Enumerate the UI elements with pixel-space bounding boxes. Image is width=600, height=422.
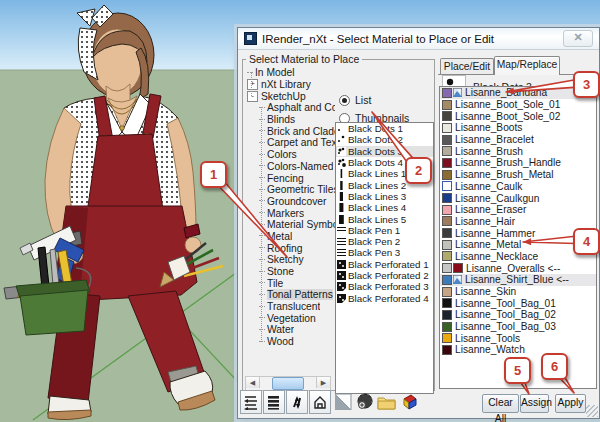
scrollbar-thumb[interactable]: [272, 377, 304, 390]
sort-arrows-icon[interactable]: [240, 390, 262, 414]
pattern-item[interactable]: Black Pen 2: [336, 236, 433, 247]
material-row[interactable]: Lisanne_Tools: [440, 332, 596, 344]
color-swatch: [442, 228, 452, 238]
pattern-item[interactable]: Black Pen 1: [336, 225, 433, 236]
material-row[interactable]: Lisanne_Boots: [440, 122, 596, 134]
pattern-item-label: Black Dots 4: [348, 157, 403, 168]
tree-item[interactable]: +nXt Library: [247, 79, 335, 91]
material-row[interactable]: Lisanne_Skin: [440, 286, 596, 298]
tree-connector: [247, 72, 253, 74]
color-swatch: [442, 170, 452, 180]
pattern-item-label: Black Perforated 1: [348, 259, 429, 270]
tab-place-edit[interactable]: Place/Edit: [440, 58, 494, 75]
color-swatch: [442, 263, 452, 273]
tree-horizontal-scrollbar[interactable]: ◀ ▶: [245, 376, 331, 391]
resize-grip[interactable]: [586, 405, 598, 417]
color-swatch: [442, 345, 452, 355]
pattern-item[interactable]: Black Lines 3: [336, 191, 433, 202]
tree-connector: [259, 235, 265, 237]
transparency-icon[interactable]: [332, 391, 353, 413]
assign-button[interactable]: Assign: [520, 394, 549, 413]
material-row[interactable]: Lisanne_Brush_Metal: [440, 169, 596, 181]
radio-list-dot[interactable]: [339, 95, 350, 106]
pattern-item-label: Black Lines 3: [348, 191, 406, 202]
material-row[interactable]: Lisanne_Shirt_Blue <--: [440, 274, 596, 286]
pattern-swatch-icon: [337, 271, 346, 280]
tree-connector: [259, 294, 265, 296]
material-row[interactable]: Lisanne_Caulk: [440, 181, 596, 193]
material-row[interactable]: Lisanne_Brush_Handle: [440, 157, 596, 169]
pattern-swatch-icon: [337, 147, 346, 156]
pattern-item[interactable]: Black Dots 3: [336, 146, 433, 157]
tree-item-label: SketchUp: [261, 91, 306, 102]
refresh-icon[interactable]: [286, 390, 308, 414]
dialog-titlebar[interactable]: IRender_nXt - Select Material to Place o…: [238, 28, 599, 50]
groupbox-label: Select Material to Place: [246, 53, 362, 65]
materials-cube-icon[interactable]: [398, 391, 419, 413]
tree-expander-icon[interactable]: -: [247, 91, 258, 102]
material-row[interactable]: Lisanne_Eraser: [440, 204, 596, 216]
material-row[interactable]: Lisanne_Tool_Bag_01: [440, 297, 596, 309]
pattern-swatch-icon: [337, 215, 346, 224]
pattern-item[interactable]: Black Lines 5: [336, 213, 433, 224]
pattern-item[interactable]: Black Perforated 2: [336, 270, 433, 281]
pattern-item-label: Black Lines 4: [348, 202, 406, 213]
pattern-item[interactable]: Black Perforated 4: [336, 292, 433, 303]
material-row[interactable]: Lisanne_Bracelet: [440, 134, 596, 146]
color-swatch: [442, 298, 452, 308]
material-label: Lisanne_Tools: [455, 333, 520, 344]
pattern-swatch-icon: [337, 192, 346, 201]
color-swatch: [453, 263, 463, 273]
material-label: Lisanne_Caulk: [455, 181, 522, 192]
pattern-item-label: Black Dots 1: [348, 123, 403, 134]
tree-connector: [259, 189, 265, 191]
folder-icon[interactable]: [376, 391, 397, 413]
list-view-icon[interactable]: [263, 390, 285, 414]
tree-item-label: Stone: [267, 266, 294, 277]
pattern-item[interactable]: Black Dots 2: [336, 134, 433, 145]
material-row[interactable]: Lisanne_Brush: [440, 145, 596, 157]
scroll-left-icon[interactable]: ◀: [246, 377, 260, 388]
texture-thumbnail-icon: [453, 275, 462, 284]
color-swatch: [442, 100, 452, 110]
material-row[interactable]: Lisanne_Necklace: [440, 251, 596, 263]
color-swatch: [442, 193, 452, 203]
tree-item-label: Blinds: [267, 114, 295, 125]
pattern-item[interactable]: Black Pen 3: [336, 247, 433, 258]
material-row[interactable]: Lisanne_Boot_Sole_02: [440, 110, 596, 122]
material-label: Lisanne_Brush_Metal: [455, 169, 554, 180]
tree-expander-icon[interactable]: +: [247, 79, 258, 90]
pattern-item[interactable]: Black Perforated 3: [336, 281, 433, 292]
tree-item-label: Roofing: [267, 243, 303, 254]
color-swatch: [442, 216, 452, 226]
tree-item[interactable]: -SketchUp: [247, 90, 335, 102]
pattern-item[interactable]: Black Perforated 1: [336, 259, 433, 270]
material-label: Lisanne_Boot_Sole_01: [455, 99, 560, 110]
tree-connector: [259, 165, 265, 167]
right-hand: [185, 237, 201, 253]
scroll-right-icon[interactable]: ▶: [316, 377, 330, 388]
apply-button[interactable]: Apply: [555, 394, 586, 413]
material-row[interactable]: Lisanne_Hair: [440, 216, 596, 228]
tab-map-replace[interactable]: Map/Replace: [494, 56, 560, 75]
material-library-tree[interactable]: In Model+nXt Library-SketchUpAsphalt and…: [247, 67, 335, 372]
texture-thumbnail-icon: [453, 88, 462, 97]
home-icon[interactable]: [309, 390, 331, 414]
select-material-groupbox: Select Material to Place In Model+nXt Li…: [242, 59, 435, 391]
clear-all-button[interactable]: Clear All: [482, 394, 519, 413]
material-row[interactable]: Lisanne_Boot_Sole_01: [440, 99, 596, 111]
material-row[interactable]: Lisanne_Tool_Bag_03: [440, 321, 596, 333]
pattern-item[interactable]: Black Dots 1: [336, 123, 433, 134]
material-row[interactable]: Lisanne_Caulkgun: [440, 192, 596, 204]
material-row[interactable]: Lisanne_Watch: [440, 344, 596, 356]
radio-list[interactable]: List: [339, 94, 371, 106]
close-button[interactable]: ✕: [563, 30, 593, 47]
tree-item-label: In Model: [255, 67, 295, 78]
bottom-toolbar: [240, 390, 420, 414]
material-row[interactable]: Lisanne_Tool_Bag_02: [440, 309, 596, 321]
pattern-item[interactable]: Black Lines 4: [336, 202, 433, 213]
material-row[interactable]: Lisanne_Overalls <--: [440, 262, 596, 274]
callout-bubble-6: 6: [541, 353, 568, 380]
tree-item[interactable]: In Model: [247, 67, 335, 79]
render-sphere-icon[interactable]: [354, 391, 375, 413]
